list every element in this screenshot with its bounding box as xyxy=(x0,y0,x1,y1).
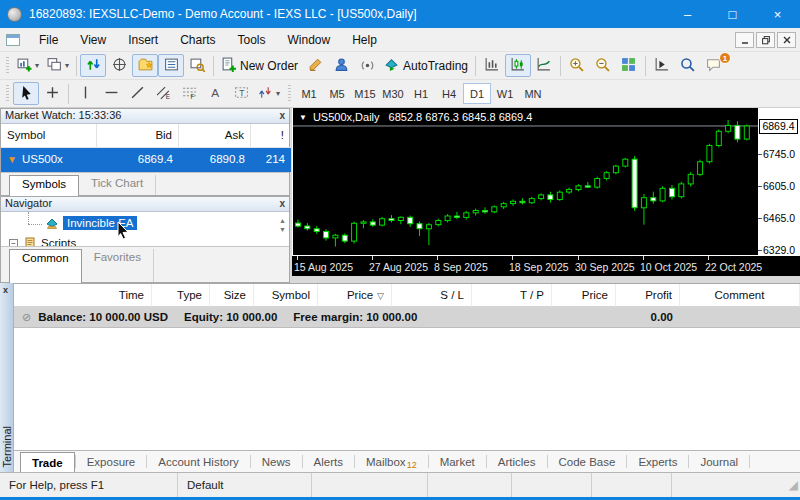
menu-charts[interactable]: Charts xyxy=(169,30,226,50)
chart-dropdown-icon[interactable]: ▼ xyxy=(299,113,307,122)
menu-view[interactable]: View xyxy=(69,30,117,50)
channel-button[interactable]: E xyxy=(150,82,176,105)
symbol-cell[interactable]: ▼US500x xyxy=(1,148,97,172)
menu-help[interactable]: Help xyxy=(341,30,388,50)
data-window-toggle[interactable] xyxy=(106,54,132,77)
col-alert[interactable]: ! xyxy=(251,124,291,148)
mdi-close-button[interactable] xyxy=(777,32,796,48)
dropdown-arrow-icon[interactable]: ▾ xyxy=(35,61,39,70)
col-profit[interactable]: Profit xyxy=(616,284,680,307)
zoom-in-button[interactable] xyxy=(564,54,590,77)
minimize-button[interactable]: – xyxy=(665,0,710,28)
terminal-tab-mailbox[interactable]: Mailbox12 xyxy=(355,451,428,472)
cursor-button[interactable] xyxy=(13,82,39,105)
metaeditor-button[interactable] xyxy=(302,54,328,77)
balance-row[interactable]: ⊘ Balance: 10 000.00 USD Equity: 10 000.… xyxy=(14,307,800,328)
tab-tick-chart[interactable]: Tick Chart xyxy=(79,175,156,195)
col-tp[interactable]: T / P xyxy=(472,284,552,307)
terminal-tab-alerts[interactable]: Alerts xyxy=(303,451,354,472)
menu-file[interactable]: File xyxy=(28,30,69,50)
new-order-button[interactable]: New Order xyxy=(217,54,302,77)
timeframe-h4[interactable]: H4 xyxy=(435,83,463,104)
menu-insert[interactable]: Insert xyxy=(117,30,169,50)
new-chart-button[interactable]: ▾ xyxy=(13,54,43,77)
timeframe-m1[interactable]: M1 xyxy=(295,83,323,104)
tile-windows-button[interactable] xyxy=(616,54,642,77)
col-price[interactable]: Price▽ xyxy=(318,284,392,307)
toolbar-grip[interactable] xyxy=(288,85,291,103)
timeframe-m5[interactable]: M5 xyxy=(323,83,351,104)
line-chart-button[interactable] xyxy=(531,54,557,77)
signals-button[interactable] xyxy=(354,54,380,77)
timeframe-m30[interactable]: M30 xyxy=(379,83,407,104)
col-time[interactable]: Time xyxy=(14,284,152,307)
vertical-line-button[interactable] xyxy=(72,82,98,105)
scroll-up-icon[interactable]: ▲ xyxy=(279,216,286,225)
terminal-tab-code-base[interactable]: Code Base xyxy=(548,451,627,472)
navigator-close-icon[interactable]: x xyxy=(279,197,285,211)
timeframe-w1[interactable]: W1 xyxy=(491,83,519,104)
bid-cell[interactable]: 6869.4 xyxy=(97,148,179,172)
tree-collapse-icon[interactable]: − xyxy=(9,239,18,246)
alert-cell[interactable]: 214 xyxy=(251,148,291,172)
close-button[interactable]: × xyxy=(755,0,800,28)
terminal-tab-journal[interactable]: Journal xyxy=(689,451,749,472)
strategy-tester-toggle[interactable] xyxy=(184,54,210,77)
tree-item-scripts[interactable]: − Scripts xyxy=(9,234,76,246)
scroll-down-icon[interactable]: ▼ xyxy=(279,225,286,234)
profiles-button[interactable]: ▾ xyxy=(43,54,73,77)
toolbar-grip[interactable] xyxy=(6,85,9,103)
terminal-tab-experts[interactable]: Experts xyxy=(627,451,688,472)
toolbar-grip[interactable] xyxy=(6,57,9,75)
terminal-toggle[interactable] xyxy=(158,54,184,77)
menu-window[interactable]: Window xyxy=(277,30,342,50)
navigator-toggle[interactable] xyxy=(132,54,158,77)
timeframe-mn[interactable]: MN xyxy=(519,83,547,104)
terminal-tab-articles[interactable]: Articles xyxy=(487,451,547,472)
zoom-out-button[interactable] xyxy=(590,54,616,77)
autotrading-button[interactable]: AutoTrading xyxy=(380,54,472,77)
col-size[interactable]: Size xyxy=(210,284,254,307)
candlestick-button[interactable] xyxy=(505,54,531,77)
navigator-scrollbar[interactable]: ▲ ▼ xyxy=(279,216,286,234)
search-button[interactable] xyxy=(675,54,701,77)
col-sl[interactable]: S / L xyxy=(392,284,472,307)
terminal-tab-account-history[interactable]: Account History xyxy=(147,451,250,472)
mdi-minimize-button[interactable] xyxy=(735,32,754,48)
fibonacci-button[interactable]: F xyxy=(176,82,202,105)
col-type[interactable]: Type xyxy=(152,284,210,307)
maximize-button[interactable]: □ xyxy=(710,0,755,28)
trendline-button[interactable] xyxy=(124,82,150,105)
col-ask[interactable]: Ask xyxy=(179,124,251,148)
dropdown-arrow-icon[interactable]: ▾ xyxy=(276,89,280,98)
status-profile[interactable]: Default xyxy=(178,473,312,497)
market-watch-toggle[interactable] xyxy=(80,54,106,77)
resize-grip[interactable]: ◢ xyxy=(672,473,800,497)
community-button[interactable] xyxy=(328,54,354,77)
timeframe-h1[interactable]: H1 xyxy=(407,83,435,104)
market-watch-close-icon[interactable]: x xyxy=(279,109,285,123)
arrows-button[interactable]: ▾ xyxy=(254,82,284,105)
terminal-close-icon[interactable]: x xyxy=(3,285,8,295)
bar-chart-button[interactable] xyxy=(479,54,505,77)
time-axis[interactable]: 15 Aug 202527 Aug 20258 Sep 202518 Sep 2… xyxy=(292,256,800,276)
chat-button[interactable]: 1 xyxy=(701,54,727,77)
ask-cell[interactable]: 6890.8 xyxy=(179,148,251,172)
chart-window-icon[interactable] xyxy=(6,34,20,46)
col-symbol[interactable]: Symbol xyxy=(254,284,318,307)
horizontal-line-button[interactable] xyxy=(98,82,124,105)
tab-favorites[interactable]: Favorites xyxy=(82,249,154,283)
price-axis[interactable]: 6745.06605.06465.06329.06869.4 xyxy=(758,108,800,256)
col-symbol[interactable]: Symbol xyxy=(1,124,97,148)
terminal-tab-market[interactable]: Market xyxy=(429,451,486,472)
menu-tools[interactable]: Tools xyxy=(227,30,277,50)
text-button[interactable]: A xyxy=(202,82,228,105)
terminal-tab-trade[interactable]: Trade xyxy=(20,452,75,472)
terminal-tab-exposure[interactable]: Exposure xyxy=(76,451,147,472)
dropdown-arrow-icon[interactable]: ▾ xyxy=(65,61,69,70)
col-bid[interactable]: Bid xyxy=(97,124,179,148)
crosshair-button[interactable] xyxy=(39,82,65,105)
col-comment[interactable]: Comment xyxy=(680,284,800,307)
col-price-2[interactable]: Price xyxy=(552,284,616,307)
timeframe-m15[interactable]: M15 xyxy=(351,83,379,104)
